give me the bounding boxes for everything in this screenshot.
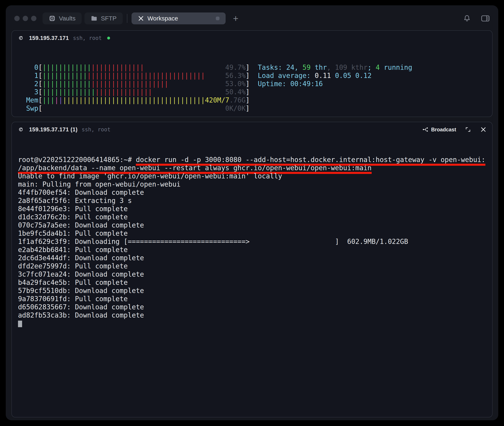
tab-sftp-label: SFTP [101,15,117,22]
terminal-pane-header: 159.195.37.171 (1) ssh, root Broadcast [12,122,492,134]
tab-divider [127,14,127,23]
tab-workspace-label: Workspace [147,15,178,22]
titlebar-actions [463,14,490,23]
app-window: Vaults SFTP Workspace + [6,5,498,420]
tab-workspace[interactable]: Workspace [132,13,226,24]
tab-bar: Vaults SFTP Workspace + [42,13,238,24]
bell-icon[interactable] [463,14,471,23]
close-pane-icon[interactable] [480,126,487,133]
terminal-pane: 159.195.37.171 (1) ssh, root Broadcast [11,122,493,417]
zoom-window-button[interactable] [31,16,36,21]
tab-activity-dot [216,17,219,20]
debian-icon [18,126,25,133]
htop-host: 159.195.37.171 [29,35,69,41]
expand-pane-icon[interactable] [465,126,471,133]
close-window-button[interactable] [14,16,20,21]
tab-sftp[interactable]: SFTP [84,13,123,24]
terminal-body[interactable]: root@v2202512220006414865:~# docker run … [12,134,492,344]
debian-icon [18,34,25,42]
minimize-window-button[interactable] [23,16,28,21]
terminal-output: root@v2202512220006414865:~# docker run … [18,156,492,327]
vault-icon [49,15,56,22]
htop-meters: 0[||||||||||||||||||||||||| 49.7%] Tasks… [18,64,492,113]
htop-pane: 159.195.37.171 ssh, root 0[|||||||||||||… [11,30,493,117]
screen: Vaults SFTP Workspace + [0,0,504,426]
htop-pane-header: 159.195.37.171 ssh, root [12,31,492,43]
connection-status-dot [107,37,110,40]
new-tab-button[interactable]: + [233,14,238,23]
htop-body[interactable]: 0[||||||||||||||||||||||||| 49.7%] Tasks… [12,43,492,117]
panel-layout-icon[interactable] [481,14,490,23]
terminal-x-icon [138,15,144,22]
terminal-pane-actions: Broadcast [422,126,487,133]
htop-session: ssh, root [73,35,102,41]
terminal-host: 159.195.37.171 (1) [29,127,77,133]
broadcast-label: Broadcast [431,127,456,133]
tab-vaults-label: Vaults [59,15,76,22]
broadcast-icon [422,126,429,133]
broadcast-button[interactable]: Broadcast [422,126,456,133]
terminal-session: ssh, root [82,127,111,133]
tab-vaults[interactable]: Vaults [42,13,82,24]
titlebar: Vaults SFTP Workspace + [6,5,498,29]
traffic-lights [14,16,36,21]
folder-icon [91,15,98,22]
